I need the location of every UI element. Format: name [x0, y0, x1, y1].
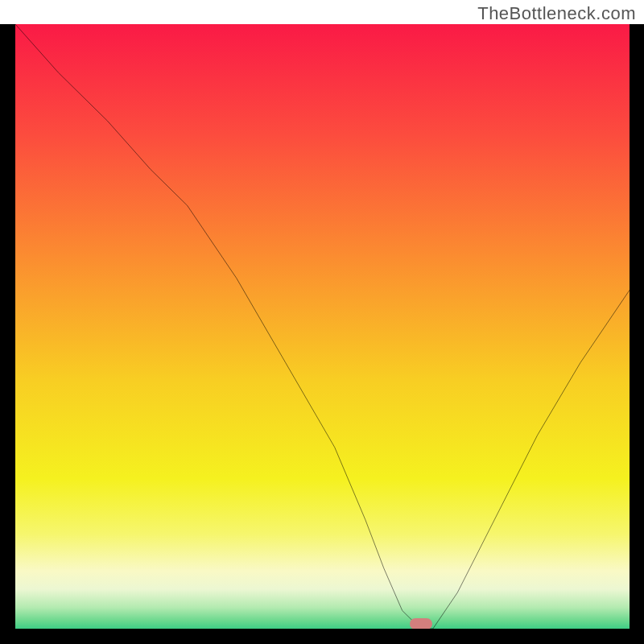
chart-frame: TheBottleneck.com — [0, 0, 644, 644]
optimal-point-marker — [410, 618, 432, 629]
curve — [15, 24, 630, 629]
watermark-text: TheBottleneck.com — [477, 3, 636, 24]
plot-area — [15, 24, 630, 629]
